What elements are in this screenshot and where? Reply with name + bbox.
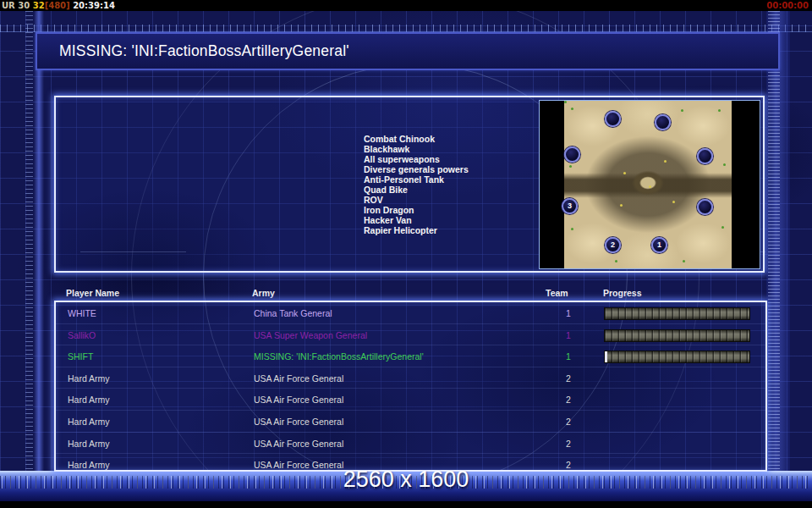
table-row: Hard Army USA Air Force General 2 xyxy=(56,367,765,389)
table-row: SallikO USA Super Weapon General 1 xyxy=(56,324,765,346)
start-position-marker xyxy=(655,114,671,130)
match-option: Blackhawk xyxy=(364,144,469,154)
map-title: MISSING: 'INI:FactionBossArtilleryGenera… xyxy=(59,42,349,60)
ruler-right xyxy=(768,11,780,501)
player-army: USA Air Force General xyxy=(254,395,343,405)
start-position-marker: 1 xyxy=(651,237,667,253)
accent-band-left xyxy=(34,11,44,501)
match-option: Quad Bike xyxy=(364,185,469,195)
player-army: MISSING: 'INI:FactionBossArtilleryGenera… xyxy=(254,351,424,362)
match-option: ROV xyxy=(364,195,469,205)
match-info-panel: Combat Chinook Blackhawk All superweapon… xyxy=(54,96,765,273)
player-team: 2 xyxy=(561,395,576,405)
player-team: 2 xyxy=(561,373,576,384)
map-title-bar: MISSING: 'INI:FactionBossArtilleryGenera… xyxy=(36,32,780,70)
player-name: SallikO xyxy=(68,330,96,340)
debug-stats: UR 30 32[480] 20:39:14 xyxy=(2,0,115,11)
game-timer: 00:00:00 xyxy=(766,0,809,11)
player-army: USA Air Force General xyxy=(254,417,343,427)
player-team: 1 xyxy=(561,351,576,362)
start-position-marker: 2 xyxy=(605,237,621,253)
table-row: Hard Army USA Air Force General 2 xyxy=(56,411,765,433)
start-position-marker xyxy=(564,146,580,163)
match-option: Combat Chinook xyxy=(364,134,469,144)
progress-bar xyxy=(604,329,750,342)
match-option: All superweapons xyxy=(364,154,469,164)
progress-bar xyxy=(604,307,750,320)
player-team: 1 xyxy=(561,330,576,340)
player-army: USA Air Force General xyxy=(254,373,343,384)
match-option: Hacker Van xyxy=(364,215,469,225)
match-options-list: Combat Chinook Blackhawk All superweapon… xyxy=(364,134,469,235)
player-team: 2 xyxy=(561,439,576,449)
player-name: Hard Army xyxy=(68,373,110,384)
stats-frame-count: [480] xyxy=(45,1,70,10)
header-player-name: Player Name xyxy=(66,288,119,298)
player-name: WHITE xyxy=(68,308,96,318)
start-position-marker xyxy=(697,148,713,164)
header-team: Team xyxy=(546,288,568,298)
header-progress: Progress xyxy=(603,288,642,298)
map-decoration-dots xyxy=(564,101,567,103)
map-preview: 3 2 1 xyxy=(539,100,760,269)
start-position-marker: 3 xyxy=(562,198,578,214)
status-bar: UR 30 32[480] 20:39:14 00:00:00 xyxy=(0,0,812,11)
players-table-header: Player Name Army Team Progress xyxy=(0,288,812,299)
table-row: Hard Army USA Air Force General 2 xyxy=(56,389,765,411)
player-army: USA Super Weapon General xyxy=(254,330,367,340)
stats-fps: 32 xyxy=(33,1,45,10)
start-position-marker xyxy=(605,111,621,127)
player-army: China Tank General xyxy=(254,308,332,318)
header-army: Army xyxy=(252,288,275,298)
player-name: Hard Army xyxy=(68,395,110,405)
map-thumbnail xyxy=(564,101,732,268)
table-row: WHITE China Tank General 1 xyxy=(56,302,765,324)
players-table: WHITE China Tank General 1 SallikO USA S… xyxy=(54,301,767,472)
ruler-left xyxy=(25,11,33,501)
start-position-marker xyxy=(697,199,713,215)
match-option: Anti-Personel Tank xyxy=(364,174,469,185)
ruler-top xyxy=(0,25,812,32)
player-name: Hard Army xyxy=(68,417,110,427)
player-name: SHIFT xyxy=(68,351,93,362)
progress-bar xyxy=(604,351,750,363)
match-option: Rapier Helicopter xyxy=(364,225,469,235)
player-army: USA Air Force General xyxy=(254,439,343,449)
player-team: 1 xyxy=(561,308,576,318)
stats-metric: UR 30 xyxy=(2,1,30,10)
match-option: Diverse generals powers xyxy=(364,164,469,174)
player-name: Hard Army xyxy=(68,439,110,449)
match-option: Iron Dragon xyxy=(364,205,469,215)
resolution-label: 2560 x 1600 xyxy=(0,467,812,493)
table-row: Hard Army USA Air Force General 2 xyxy=(56,433,765,455)
table-row: SHIFT MISSING: 'INI:FactionBossArtillery… xyxy=(56,345,765,367)
stats-clock: 20:39:14 xyxy=(73,1,115,10)
bottom-black-bar xyxy=(0,501,812,508)
player-team: 2 xyxy=(561,417,576,427)
